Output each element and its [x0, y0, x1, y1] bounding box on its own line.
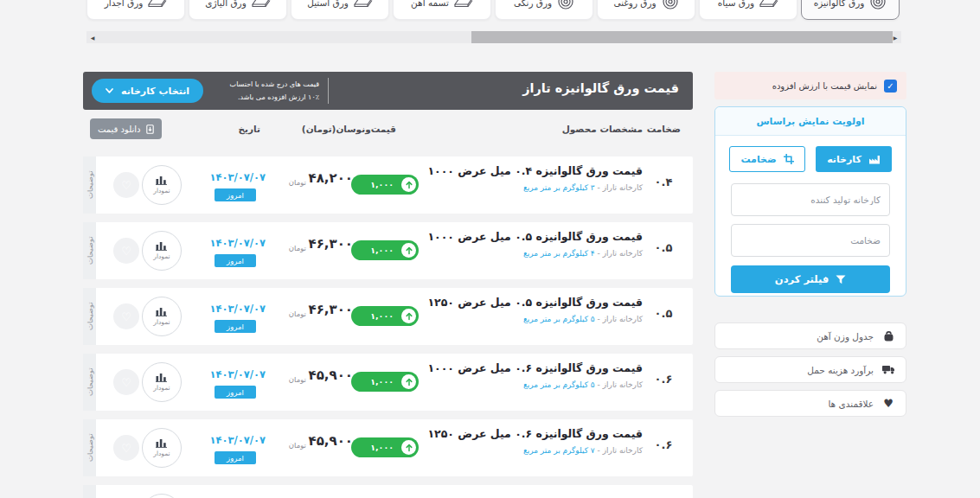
sheet-icon: [759, 0, 778, 9]
download-price-button[interactable]: دانلود قیمت: [90, 118, 162, 139]
bar-chart-icon: [156, 438, 168, 448]
today-badge: امروز: [215, 320, 256, 333]
category-tab[interactable]: ورق آجدار: [86, 0, 185, 20]
priority-title: اولویت نمایش براساس: [715, 107, 906, 136]
shipping-cost-link[interactable]: برآورد هزینه حمل: [714, 356, 906, 383]
price-date: ۱۴۰۳/۰۷/۰۷: [209, 237, 266, 249]
row-details-tab[interactable]: توضیحات: [83, 419, 96, 476]
priority-tab-thickness-label: ضخامت: [740, 154, 776, 165]
weight-per-sqm: ۵ کیلوگرم بر متر مربع: [523, 315, 595, 323]
price-row: توضیحات ۰.۶ قیمت ورق گالوانیزه ۰.۶ میل ع…: [83, 419, 693, 476]
chart-button[interactable]: نمودار: [142, 428, 182, 468]
row-details-tab[interactable]: توضیحات: [83, 288, 96, 345]
chart-button[interactable]: نمودار: [142, 231, 182, 271]
select-factory-label: انتخاب کارخانه: [121, 86, 189, 97]
priority-tabs: کارخانه ضخامت: [715, 146, 906, 172]
product-title[interactable]: قیمت ورق گالوانیزه ۰.۵ میل عرض ۱۰۰۰: [427, 230, 643, 243]
heart-outline-icon: ♡: [121, 179, 131, 192]
product-info: قیمت ورق گالوانیزه ۰.۵ میل عرض ۱۲۵۰ کارخ…: [427, 296, 643, 323]
vat-toggle-card: ✓ نمایش قیمت با ارزش افزوده: [714, 72, 906, 99]
row-details-label: توضیحات: [86, 237, 94, 265]
category-tab[interactable]: ورق آلیاژی: [189, 0, 287, 20]
favorite-button[interactable]: ♡: [113, 238, 139, 264]
price-change-badge: ۱,۰۰۰: [351, 437, 419, 457]
chart-button[interactable]: نمودار: [142, 362, 182, 402]
category-tab[interactable]: ورق روغنی: [597, 0, 695, 20]
currency-label: تومان: [289, 441, 306, 450]
price-rows: توضیحات ۰.۴ قیمت ورق گالوانیزه ۰.۴ میل ع…: [83, 156, 693, 498]
chart-button[interactable]: نمودار: [142, 494, 182, 498]
product-info: قیمت ورق گالوانیزه ۰.۵ میل عرض ۱۰۰۰ کارخ…: [427, 230, 643, 258]
bar-chart-icon: [156, 241, 168, 251]
weight-per-sqm: ۷ کیلوگرم بر متر مربع: [523, 446, 595, 455]
chart-button-label: نمودار: [153, 187, 170, 195]
product-title[interactable]: قیمت ورق گالوانیزه ۰.۶ میل عرض ۱۲۵۰: [427, 427, 643, 440]
row-details-label: توضیحات: [86, 368, 94, 397]
row-details-tab[interactable]: توضیحات: [83, 222, 96, 279]
category-tab[interactable]: ورق رنگی: [495, 0, 593, 20]
row-details-tab[interactable]: توضیحات: [83, 485, 96, 498]
price-value: ۴۶,۳۰۰: [309, 302, 353, 317]
price-date: ۱۴۰۳/۰۷/۰۷: [209, 368, 266, 380]
chart-button-label: نمودار: [153, 318, 170, 326]
category-tab-label: ورق گالوانیزه: [814, 0, 865, 8]
category-tab[interactable]: ورق استیل: [291, 0, 389, 20]
category-tab[interactable]: ورق گالوانیزه: [801, 0, 900, 20]
thickness-value: ۰.۶: [641, 373, 686, 386]
vat-note: قیمت های درج شده با احتساب ۱۰٪ ارزش افزو…: [189, 78, 329, 104]
bar-chart-icon: [156, 176, 168, 185]
scrollbar-thumb[interactable]: [471, 31, 893, 43]
row-details-tab[interactable]: توضیحات: [83, 354, 96, 411]
priority-tab-factory[interactable]: کارخانه: [816, 146, 892, 172]
coil-icon: [869, 0, 887, 10]
weight-table-label: جدول وزن آهن: [817, 331, 874, 342]
price-row: توضیحات ۰.۵ قیمت ورق گالوانیزه ۰.۵ میل ع…: [83, 222, 693, 279]
vat-note-line2: ۱۰٪ ارزش افزوده می باشد.: [189, 91, 319, 104]
scroll-left-icon[interactable]: ◀: [86, 31, 99, 43]
weight-table-link[interactable]: جدول وزن آهن: [714, 322, 906, 349]
apply-filter-button[interactable]: فیلتر کردن: [731, 265, 890, 293]
coil-icon: [557, 0, 574, 10]
category-tab-label: ورق روغنی: [613, 0, 656, 8]
horizontal-scrollbar[interactable]: ◀ ▶: [86, 31, 901, 43]
price-change-value: ۱,۰۰۰: [370, 377, 394, 386]
favorite-button[interactable]: ♡: [113, 303, 139, 329]
chart-button[interactable]: نمودار: [142, 165, 182, 205]
thickness-value: ۰.۵: [641, 241, 686, 254]
product-title[interactable]: قیمت ورق گالوانیزه ۰.۵ میل عرض ۱۲۵۰: [427, 296, 643, 309]
chart-button[interactable]: نمودار: [142, 297, 182, 336]
price-value: ۴۸,۲۰۰: [309, 170, 353, 186]
main-column: قیمت ورق گالوانیزه تاراز قیمت های درج شد…: [83, 72, 693, 498]
favorites-link[interactable]: ♥ علاقمندی ها: [714, 390, 906, 417]
price-row: توضیحات ۰.۴ قیمت ورق گالوانیزه ۰.۴ میل ع…: [83, 156, 693, 214]
category-tab[interactable]: تسمه آهن: [393, 0, 491, 20]
download-price-label: دانلود قیمت: [98, 124, 141, 134]
favorite-button[interactable]: ♡: [113, 172, 139, 198]
price-date: ۱۴۰۳/۰۷/۰۷: [209, 303, 266, 315]
row-details-label: توضیحات: [86, 171, 94, 200]
column-price: قیمت‌ونوسان(تومان): [302, 124, 396, 134]
vat-checkbox[interactable]: ✓: [884, 80, 897, 93]
category-tab[interactable]: ورق سیاه: [699, 0, 797, 20]
currency-label: تومان: [289, 178, 306, 187]
favorite-button[interactable]: ♡: [113, 435, 139, 461]
row-details-tab[interactable]: توضیحات: [83, 156, 96, 214]
category-tab-label: تسمه آهن: [411, 0, 449, 8]
thickness-value: ۰.۴: [641, 176, 686, 188]
category-tab-label: ورق استیل: [307, 0, 349, 8]
scroll-right-icon[interactable]: ▶: [889, 31, 901, 43]
product-title[interactable]: قیمت ورق گالوانیزه ۰.۶ میل عرض ۱۰۰۰: [427, 361, 643, 374]
sheet-icon: [454, 0, 473, 9]
factory-filter-input[interactable]: [731, 183, 890, 216]
arrow-up-circle-icon: [401, 243, 416, 258]
select-factory-button[interactable]: انتخاب کارخانه: [92, 79, 203, 103]
shipping-cost-label: برآورد هزینه حمل: [807, 365, 874, 375]
priority-tab-thickness[interactable]: ضخامت: [729, 146, 805, 172]
price-change-value: ۱,۰۰۰: [370, 246, 394, 255]
product-subtitle: کارخانه تاراز - ۵ کیلوگرم بر متر مربع: [427, 315, 643, 323]
product-title[interactable]: قیمت ورق گالوانیزه ۰.۴ میل عرض ۱۰۰۰: [427, 164, 643, 177]
favorite-button[interactable]: ♡: [113, 369, 139, 395]
price-change-badge: ۱,۰۰۰: [351, 240, 419, 260]
sheet-icon: [148, 0, 167, 9]
thickness-filter-input[interactable]: [731, 224, 890, 257]
